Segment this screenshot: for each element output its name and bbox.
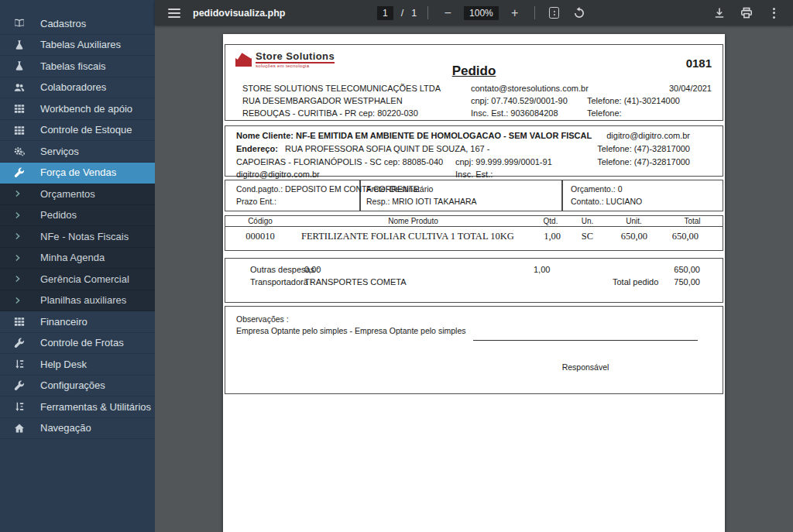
pdf-toolbar: pedidovisualiza.php 1 / 1 − 100% + — [155, 0, 793, 26]
item-qty: 1,00 — [531, 231, 570, 242]
wrench-icon — [14, 338, 29, 348]
sidebar-item-help-desk[interactable]: Help Desk — [0, 354, 155, 376]
sidebar-item-cadastros[interactable]: Cadastros — [0, 13, 155, 35]
sidebar-item-tabelas-auxiliares[interactable]: Tabelas Auxiliares — [0, 35, 155, 57]
sidebar-item-gerencia-comercial[interactable]: Gerência Comercial — [0, 269, 155, 290]
sidebar-item-label: Pedidos — [40, 209, 77, 221]
application-window: Cadastros Tabelas Auxiliares Tabelas fis… — [0, 0, 793, 532]
order-number: 0181 — [686, 57, 712, 70]
sidebar-item-controle-estoque[interactable]: Controle de Estoque — [0, 120, 155, 142]
pdf-viewport[interactable]: Store Solutions soluções em tecnologia P… — [155, 26, 793, 532]
sidebar-item-label: Tabelas Auxiliares — [40, 39, 121, 50]
pdf-page: Store Solutions soluções em tecnologia P… — [223, 34, 725, 532]
flask-icon — [14, 39, 29, 50]
freight: Frete: Destinatário — [366, 184, 433, 194]
zoom-out-button[interactable]: − — [439, 5, 456, 22]
contact: Contato.: LUCIANO — [571, 197, 642, 206]
sidebar-item-label: Workbench de apóio — [40, 103, 132, 115]
item-unit: SC — [570, 231, 605, 242]
download-button[interactable] — [711, 5, 728, 22]
col-qtd: Qtd. — [531, 217, 570, 225]
sidebar-item-label: Controle de Estoque — [40, 124, 132, 136]
sidebar-item-servicos[interactable]: Serviços — [0, 141, 155, 163]
grid-icon — [14, 103, 29, 114]
toolbar-divider — [534, 6, 535, 19]
sidebar-item-workbench[interactable]: Workbench de apóio — [0, 98, 155, 120]
company-email: contato@storesolutions.com.br — [471, 84, 589, 93]
address-label: Endereço: — [236, 144, 278, 153]
signature-line — [473, 340, 698, 341]
client-section: Nome Cliente: NF-E EMITIDA EM AMBIENTE D… — [225, 125, 723, 177]
sidebar-item-controle-de-frotas[interactable]: Controle de Frotas — [0, 333, 155, 355]
sidebar-item-pedidos[interactable]: Pedidos — [0, 205, 155, 227]
observations-text: Empresa Optante pelo simples - Empresa O… — [236, 326, 465, 335]
sidebar-item-label: Financeiro — [40, 316, 88, 328]
col-codigo: Código — [225, 217, 295, 225]
fit-page-icon — [549, 7, 559, 19]
sidebar-item-colaboradores[interactable]: Colaboradores — [0, 77, 155, 99]
carrier-label: Transportadora : — [250, 277, 313, 287]
sidebar-item-financeiro[interactable]: Financeiro — [0, 311, 155, 333]
page-total: 1 — [411, 8, 417, 19]
download-icon — [713, 7, 726, 19]
sidebar-item-minha-agenda[interactable]: Minha Agenda — [0, 248, 155, 269]
book-icon — [14, 18, 29, 29]
sidebar-item-label: Minha Agenda — [40, 252, 105, 263]
col-un: Un. — [570, 217, 605, 225]
chevron-right-icon — [14, 190, 29, 197]
chevron-right-icon — [14, 297, 29, 304]
page-number-input[interactable]: 1 — [377, 6, 393, 20]
client-email-right: digitro@digitro.com.br — [606, 131, 690, 140]
sidebar-item-label: Colaboradores — [40, 81, 106, 93]
zoom-in-button[interactable]: + — [506, 5, 524, 22]
sidebar-navigation: Cadastros Tabelas Auxiliares Tabelas fis… — [0, 0, 155, 532]
grid-icon — [14, 125, 29, 136]
address-value: RUA PROFESSORA SOFIA QUINT DE SOUZA, 167… — [285, 144, 489, 153]
client-address-line: Endereço: RUA PROFESSORA SOFIA QUINT DE … — [236, 144, 489, 153]
order-title: Pedido — [225, 63, 723, 79]
company-insc: Insc. Est.: 9036084208 — [471, 108, 558, 118]
company-cnpj: cnpj: 07.740.529/0001-90 — [471, 96, 568, 105]
more-options-icon[interactable] — [765, 8, 782, 19]
table-row: 000010 FERTILIZANTE FOLIAR CULTIVA 1 TOT… — [225, 227, 723, 242]
client-name-line: Nome Cliente: NF-E EMITIDA EM AMBIENTE D… — [236, 131, 592, 140]
observations-label: Observações : — [236, 314, 289, 324]
col-total: Total — [663, 217, 722, 225]
budget: Orçamento.: 0 — [571, 184, 623, 194]
sidebar-item-nfe-notas-fiscais[interactable]: NFe - Notas Fiscais — [0, 226, 155, 248]
client-email-left: digitro@digitro.com.br — [236, 170, 320, 179]
sidebar-item-label: Ferramentas & Utilitários — [40, 401, 151, 413]
sidebar-item-navegacao[interactable]: Navegação — [0, 418, 155, 440]
totals-qty: 1,00 — [534, 265, 550, 274]
sidebar-item-tabelas-fiscais[interactable]: Tabelas fiscais — [0, 56, 155, 77]
sidebar-item-forca-de-vendas[interactable]: Força de Vendas — [0, 163, 155, 184]
home-icon — [14, 423, 29, 434]
signature-label: Responsável — [473, 362, 698, 372]
zoom-level[interactable]: 100% — [464, 6, 499, 20]
print-icon — [740, 7, 753, 19]
other-expenses-value: 0,00 — [304, 265, 321, 274]
wrench-icon — [14, 380, 29, 391]
chevron-right-icon — [14, 254, 29, 262]
sidebar-item-planilhas-auxiliares[interactable]: Planilhas auxiliares — [0, 290, 155, 312]
page-separator: / — [401, 8, 403, 19]
rotate-button[interactable] — [571, 5, 588, 22]
sidebar-item-label: Cadastros — [40, 18, 86, 29]
order-total-label: Total pedido — [613, 277, 658, 287]
sidebar-item-configuracoes[interactable]: Configurações — [0, 376, 155, 397]
sidebar-item-ferramentas-utilitarios[interactable]: Ferramentas & Utilitários — [0, 396, 155, 418]
pdf-viewer: pedidovisualiza.php 1 / 1 − 100% + — [155, 0, 793, 532]
sidebar-item-label: Controle de Frotas — [40, 337, 124, 348]
sort-alpha-icon — [14, 359, 29, 369]
users-icon — [14, 82, 29, 93]
sidebar-item-orcamentos[interactable]: Orçamentos — [0, 184, 155, 205]
gears-icon — [14, 146, 29, 156]
conditions-divider-2 — [561, 180, 563, 211]
sidebar-item-label: Gerência Comercial — [40, 273, 129, 285]
menu-icon[interactable] — [168, 9, 180, 18]
grid-icon — [14, 316, 29, 327]
fit-to-page-button[interactable] — [546, 5, 563, 22]
print-button[interactable] — [738, 5, 755, 22]
col-unit: Unit. — [605, 217, 663, 225]
client-phone2: Telefone: (47)-32817000 — [597, 157, 690, 166]
